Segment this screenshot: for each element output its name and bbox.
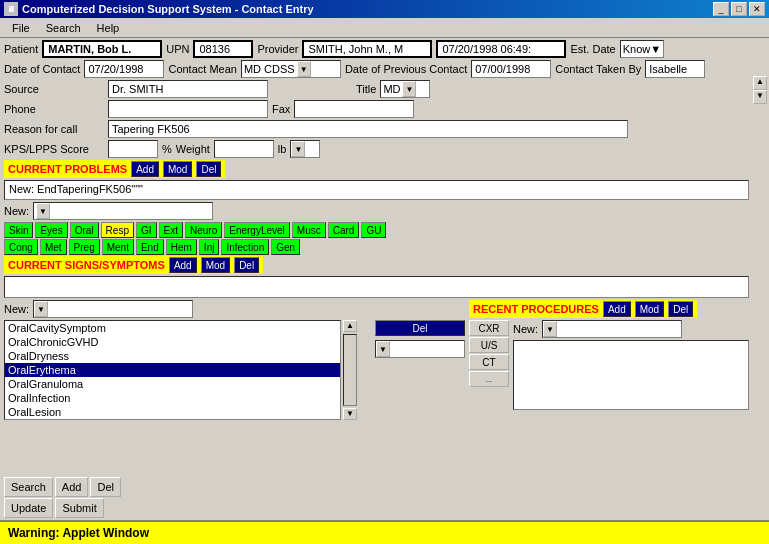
list-item[interactable]: OralInfection	[5, 391, 340, 405]
body-btn-hem[interactable]: Hem	[166, 239, 197, 255]
lower-left: New: ▼ OralCavitySymptom OralChronicGVHD…	[4, 300, 465, 420]
prev-contact-label: Date of Previous Contact	[345, 63, 467, 75]
proc-del-button[interactable]: Del	[668, 301, 693, 317]
proc-new-dropdown[interactable]: ▼	[542, 320, 682, 338]
upn-field[interactable]: 08136	[193, 40, 253, 58]
content-area: Patient MARTIN, Bob L. UPN 08136 Provide…	[0, 38, 769, 520]
proc-btn-us[interactable]: U/S	[469, 337, 509, 353]
proc-mod-button[interactable]: Mod	[635, 301, 664, 317]
list-item[interactable]: OralDryness	[5, 349, 340, 363]
body-btn-gi[interactable]: GI	[136, 222, 157, 238]
list-item[interactable]: OralLichen Planus	[5, 419, 340, 420]
body-btn-oral[interactable]: Oral	[70, 222, 99, 238]
problems-del-button[interactable]: Del	[196, 161, 221, 177]
body-btn-energylevel[interactable]: EnergyLevel	[224, 222, 290, 238]
body-btn-gen[interactable]: Gen	[271, 239, 300, 255]
problems-new-label: New:	[4, 205, 29, 217]
body-btn-gu[interactable]: GU	[361, 222, 386, 238]
scroll-down-btn[interactable]: ▼	[343, 408, 357, 420]
list-item[interactable]: OralGranuloma	[5, 377, 340, 391]
list-item[interactable]: OralLesion	[5, 405, 340, 419]
body-btn-ment[interactable]: Ment	[102, 239, 134, 255]
signs-new-dropdown[interactable]: ▼	[33, 300, 193, 318]
add-btn2[interactable]: Add	[55, 477, 89, 497]
body-btn-musc[interactable]: Musc	[292, 222, 326, 238]
problems-add-button[interactable]: Add	[131, 161, 159, 177]
menu-help[interactable]: Help	[89, 20, 128, 36]
list-add-dropdown[interactable]: ▼	[375, 340, 465, 358]
prev-contact-input[interactable]	[471, 60, 551, 78]
contact-mean-label: Contact Mean	[168, 63, 236, 75]
patient-label: Patient	[4, 43, 38, 55]
list-del-button[interactable]: Del	[375, 320, 465, 336]
list-buttons: Del ▼	[375, 320, 465, 420]
problems-new-dropdown[interactable]: ▼	[33, 202, 213, 220]
provider-name[interactable]: SMITH, John M., M	[302, 40, 432, 58]
proc-new-arrow[interactable]: ▼	[543, 321, 557, 337]
body-btn-eyes[interactable]: Eyes	[35, 222, 67, 238]
body-btn-neuro[interactable]: Neuro	[185, 222, 222, 238]
phone-input[interactable]	[108, 100, 268, 118]
list-item[interactable]: OralChronicGVHD	[5, 335, 340, 349]
maximize-button[interactable]: □	[731, 2, 747, 16]
list-add-arrow[interactable]: ▼	[376, 341, 390, 357]
search-btn2[interactable]: Search	[4, 477, 53, 497]
proc-new-area: New: ▼	[513, 320, 749, 410]
body-btn-end[interactable]: End	[136, 239, 164, 255]
list-item[interactable]: OralCavitySymptom	[5, 321, 340, 335]
lb-dropdown[interactable]: ▼	[290, 140, 320, 158]
minimize-button[interactable]: _	[713, 2, 729, 16]
signs-new-row: New: ▼	[4, 300, 465, 318]
menu-file[interactable]: File	[4, 20, 38, 36]
lower-section: New: ▼ OralCavitySymptom OralChronicGVHD…	[4, 300, 749, 420]
body-btn-ext[interactable]: Ext	[159, 222, 183, 238]
body-btn-skin[interactable]: Skin	[4, 222, 33, 238]
title-arrow[interactable]: ▼	[402, 81, 416, 97]
contact-mean-arrow[interactable]: ▼	[297, 61, 311, 77]
close-button[interactable]: ✕	[749, 2, 765, 16]
signs-new-label: New:	[4, 303, 29, 315]
signs-new-arrow[interactable]: ▼	[34, 301, 48, 317]
problems-new-row: New: ▼	[4, 202, 749, 220]
contact-mean-dropdown[interactable]: MD CDSS ▼	[241, 60, 341, 78]
body-btn-infection[interactable]: Infection	[221, 239, 269, 255]
body-btn-met[interactable]: Met	[40, 239, 67, 255]
contact-taken-input[interactable]	[645, 60, 705, 78]
title-dropdown[interactable]: MD ▼	[380, 80, 430, 98]
body-btn-resp[interactable]: Resp	[101, 222, 134, 238]
update-btn2[interactable]: Update	[4, 498, 53, 518]
current-signs-header: CURRENT SIGNS/SYMPTOMS Add Mod Del	[4, 256, 749, 274]
proc-btn-ct[interactable]: CT	[469, 354, 509, 370]
submit-btn2[interactable]: Submit	[55, 498, 103, 518]
signs-del-button[interactable]: Del	[234, 257, 259, 273]
scroll-up-btn[interactable]: ▲	[343, 320, 357, 332]
main-scrollbar: ▲ ▼	[753, 76, 769, 496]
signs-add-button[interactable]: Add	[169, 257, 197, 273]
main-scroll-up[interactable]: ▲	[753, 76, 767, 90]
patient-name[interactable]: MARTIN, Bob L.	[42, 40, 162, 58]
signs-mod-button[interactable]: Mod	[201, 257, 230, 273]
weight-input[interactable]	[214, 140, 274, 158]
main-scroll-down[interactable]: ▼	[753, 90, 767, 104]
del-btn2[interactable]: Del	[90, 477, 121, 497]
body-btn-cong[interactable]: Cong	[4, 239, 38, 255]
est-date-dropdown[interactable]: Know▼	[620, 40, 664, 58]
problems-new-arrow[interactable]: ▼	[36, 203, 50, 219]
current-problems-label: CURRENT PROBLEMS	[8, 163, 127, 175]
menu-search[interactable]: Search	[38, 20, 89, 36]
body-btn-preg[interactable]: Preg	[69, 239, 100, 255]
body-btn-card[interactable]: Card	[328, 222, 360, 238]
proc-btn-cxr[interactable]: CXR	[469, 320, 509, 336]
date-field[interactable]: 07/20/1998 06:49:	[436, 40, 566, 58]
reason-input[interactable]	[108, 120, 628, 138]
date-contact-input[interactable]	[84, 60, 164, 78]
source-input[interactable]	[108, 80, 268, 98]
proc-btn-other[interactable]: ...	[469, 371, 509, 387]
kps-input[interactable]	[108, 140, 158, 158]
problems-mod-button[interactable]: Mod	[163, 161, 192, 177]
proc-add-button[interactable]: Add	[603, 301, 631, 317]
list-item-selected[interactable]: OralErythema	[5, 363, 340, 377]
body-btn-inj[interactable]: Inj	[199, 239, 220, 255]
lb-arrow[interactable]: ▼	[291, 141, 305, 157]
fax-input[interactable]	[294, 100, 414, 118]
